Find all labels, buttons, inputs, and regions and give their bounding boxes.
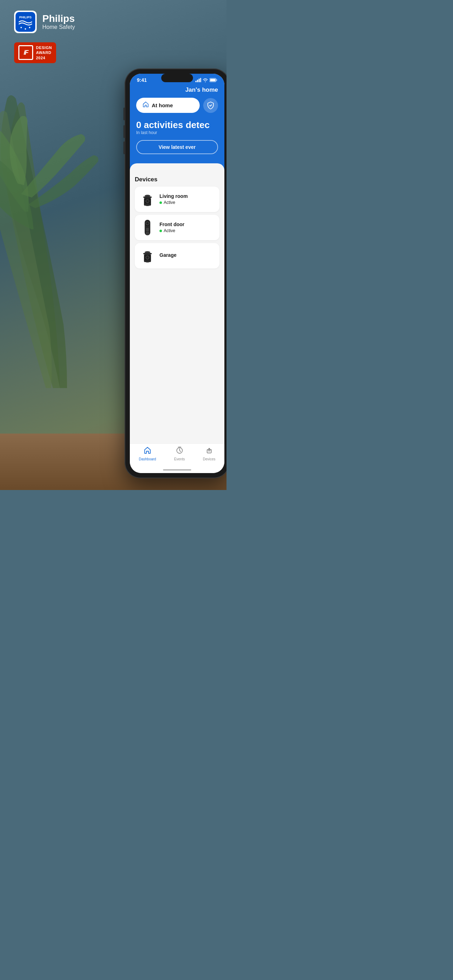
bottom-nav: Dashboard Events (130, 444, 224, 467)
nav-item-events[interactable]: Events (174, 447, 185, 461)
svg-rect-16 (146, 205, 149, 206)
mode-label: At home (152, 102, 173, 108)
svg-point-31 (146, 256, 149, 259)
svg-rect-25 (146, 229, 149, 230)
device-image-front-door (140, 220, 155, 235)
home-title: Jan's home (136, 86, 218, 94)
home-indicator (130, 467, 224, 473)
svg-rect-32 (146, 261, 149, 262)
signal-icon (196, 78, 201, 82)
svg-rect-11 (210, 79, 216, 81)
app-header: PHILIPS Philips Home Safety (14, 11, 75, 33)
device-status-living-room: Active (159, 200, 215, 205)
svg-rect-19 (143, 196, 152, 198)
wifi-icon (203, 78, 208, 82)
svg-point-2 (21, 27, 22, 28)
mode-pill[interactable]: At home (136, 98, 200, 113)
header-text: Philips Home Safety (42, 13, 75, 31)
devices-title: Devices (135, 176, 219, 183)
activity-section: 0 activities detec In last hour View lat… (136, 119, 218, 157)
app-body: Devices (130, 163, 224, 473)
svg-rect-6 (197, 80, 198, 82)
home-bar (163, 469, 191, 471)
nav-item-devices[interactable]: Devices (203, 447, 216, 461)
svg-rect-5 (196, 81, 197, 82)
svg-point-4 (29, 27, 30, 28)
dynamic-island (161, 74, 193, 82)
brand-subtitle: Home Safety (42, 24, 75, 30)
device-card-living-room[interactable]: Living room Active (135, 187, 219, 212)
phone-screen: 9:41 (130, 74, 224, 473)
svg-point-39 (208, 450, 210, 451)
svg-rect-40 (208, 448, 210, 449)
doorbell-camera-icon (143, 218, 153, 237)
app-blue-header: Jan's home At home (130, 84, 224, 163)
device-image-garage (140, 248, 155, 264)
shield-button[interactable] (203, 98, 218, 113)
award-if-logo: iF (18, 45, 33, 60)
device-image-living-room (140, 192, 155, 207)
device-card-front-door[interactable]: Front door Active (135, 215, 219, 240)
indoor-camera-icon (141, 192, 154, 207)
award-badge: iF DESIGN AWARD 2024 (14, 42, 56, 63)
svg-point-15 (146, 200, 149, 202)
devices-nav-icon (205, 447, 213, 456)
device-name-garage: Garage (159, 252, 215, 258)
award-award-label: AWARD (36, 50, 52, 55)
philips-logo: PHILIPS (14, 11, 37, 33)
award-design-label: DESIGN (36, 45, 52, 50)
device-card-garage[interactable]: Garage (135, 243, 219, 269)
status-dot-active (159, 201, 162, 204)
svg-rect-24 (146, 228, 149, 229)
palm-decoration (0, 70, 138, 388)
nav-item-dashboard[interactable]: Dashboard (139, 447, 156, 461)
phone-frame: 9:41 (125, 69, 227, 478)
device-name-front-door: Front door (159, 221, 215, 227)
status-label-front-door: Active (164, 228, 175, 233)
devices-nav-label: Devices (203, 457, 216, 461)
award-text: DESIGN AWARD 2024 (36, 45, 52, 60)
activity-count: 0 activities detec (136, 120, 218, 130)
dashboard-nav-icon (144, 447, 151, 456)
phone-mockup: 9:41 (125, 69, 227, 478)
svg-point-23 (146, 222, 149, 224)
devices-section: Devices (130, 170, 224, 444)
device-info-living-room: Living room Active (159, 193, 215, 205)
status-dot-front-door (159, 230, 162, 232)
device-info-garage: Garage (159, 252, 215, 259)
brand-name: Philips (42, 13, 75, 24)
device-name-living-room: Living room (159, 193, 215, 199)
battery-icon (210, 78, 217, 82)
svg-rect-10 (216, 80, 217, 81)
home-icon (143, 101, 149, 109)
svg-point-27 (146, 232, 149, 235)
view-events-button[interactable]: View latest ever (136, 140, 218, 154)
status-time: 9:41 (137, 77, 147, 83)
outdoor-camera-icon (141, 248, 154, 264)
activity-sub: In last hour (136, 130, 218, 135)
svg-rect-8 (200, 78, 202, 82)
events-nav-label: Events (174, 457, 185, 461)
svg-text:PHILIPS: PHILIPS (19, 16, 32, 19)
status-icons (196, 78, 217, 82)
device-info-front-door: Front door Active (159, 221, 215, 233)
svg-rect-7 (199, 79, 200, 82)
dashboard-nav-label: Dashboard (139, 457, 156, 461)
status-label-living-room: Active (164, 200, 175, 205)
svg-point-3 (25, 28, 26, 30)
device-status-front-door: Active (159, 228, 215, 233)
mode-row: At home (136, 98, 218, 113)
award-year-label: 2024 (36, 56, 52, 60)
svg-rect-26 (146, 231, 149, 231)
events-nav-icon (176, 447, 183, 456)
curve-separator (130, 163, 224, 170)
svg-rect-35 (143, 253, 152, 255)
